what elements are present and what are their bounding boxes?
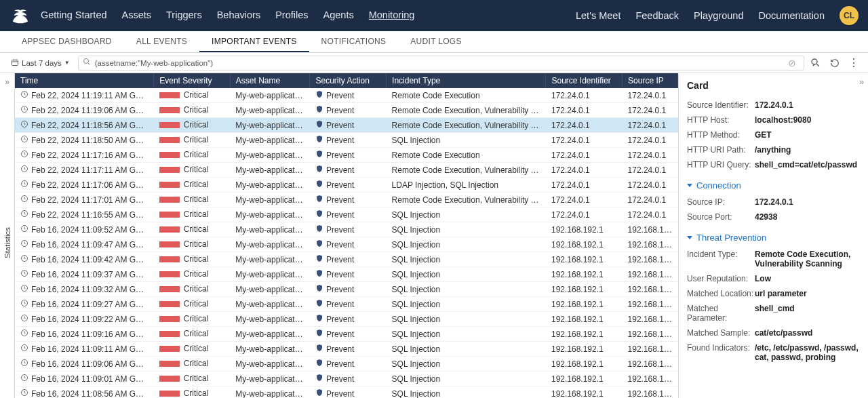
body: » Statistics TimeEvent SeverityAsset Nam…: [0, 73, 868, 398]
nav-let-s-meet[interactable]: Let's Meet: [576, 10, 620, 21]
cell-action: Prevent: [326, 165, 354, 175]
nav-behaviors[interactable]: Behaviors: [217, 9, 260, 22]
cell-action: Prevent: [326, 225, 354, 235]
tab-notifications[interactable]: NOTIFICATIONS: [309, 31, 399, 52]
cell-action: Prevent: [326, 300, 354, 309]
table-row[interactable]: Feb 16, 2024 11:09:52 AM GMT+01:00Critic…: [15, 222, 678, 237]
col-event-severity[interactable]: Event Severity: [154, 73, 231, 88]
cell-asset: My-web-application: [230, 193, 310, 207]
severity-bar: [159, 391, 180, 397]
cell-time: Feb 16, 2024 11:09:22 AM GMT+01:00: [31, 315, 154, 324]
shield-icon: [315, 210, 323, 220]
cell-asset: My-web-application: [230, 267, 310, 282]
clock-icon: [20, 121, 28, 130]
cell-action: Prevent: [326, 136, 354, 145]
cell-action: Prevent: [326, 330, 354, 339]
nav-feedback[interactable]: Feedback: [635, 10, 679, 21]
nav-playground[interactable]: Playground: [694, 10, 743, 21]
expand-card-button[interactable]: »: [859, 77, 864, 87]
cell-action: Prevent: [326, 374, 354, 384]
severity-bar: [159, 301, 180, 307]
svg-point-6: [812, 59, 817, 64]
nav-monitoring[interactable]: Monitoring: [369, 9, 415, 22]
cell-source-identifier: 192.168.192.1: [546, 267, 623, 282]
table-row[interactable]: Feb 22, 2024 11:18:56 AM GMT+01:00Critic…: [15, 118, 678, 133]
cell-source-ip: 172.24.0.1: [623, 88, 678, 103]
tab-audit-logs[interactable]: AUDIT LOGS: [398, 31, 473, 52]
col-time[interactable]: Time: [15, 73, 154, 88]
shield-icon: [315, 225, 323, 235]
card-field: Source IP:172.24.0.1: [687, 195, 860, 210]
expand-statistics-button[interactable]: »: [3, 76, 11, 88]
section-threat-prevention[interactable]: Threat Prevention: [687, 233, 860, 243]
section-connection[interactable]: Connection: [687, 180, 860, 191]
card-field-key: HTTP URI Query:: [687, 160, 755, 170]
nav-documentation[interactable]: Documentation: [758, 10, 825, 21]
card-field-key: HTTP Host:: [687, 115, 755, 125]
table-row[interactable]: Feb 22, 2024 11:18:50 AM GMT+01:00Critic…: [15, 133, 678, 148]
table-row[interactable]: Feb 22, 2024 11:17:16 AM GMT+01:00Critic…: [15, 148, 678, 163]
cell-asset: My-web-application: [230, 103, 310, 118]
severity-bar: [159, 107, 180, 113]
card-field-value: /anything: [755, 145, 791, 155]
col-source-identifier[interactable]: Source Identifier: [546, 73, 623, 88]
table-row[interactable]: Feb 22, 2024 11:19:11 AM GMT+01:00Critic…: [15, 88, 678, 103]
card-field-value: cat/etc/passwd: [755, 328, 812, 338]
cell-time: Feb 16, 2024 11:09:27 AM GMT+01:00: [31, 300, 154, 309]
table-row[interactable]: Feb 16, 2024 11:09:27 AM GMT+01:00Critic…: [15, 297, 678, 312]
table-row[interactable]: Feb 22, 2024 11:17:11 AM GMT+01:00Critic…: [15, 163, 678, 178]
card-field-key: Matched Parameter:: [687, 304, 755, 323]
clear-search-button[interactable]: ⊘: [785, 56, 800, 71]
cell-severity: Critical: [184, 210, 209, 219]
col-asset-name[interactable]: Asset Name: [230, 73, 310, 88]
subtabs: APPSEC DASHBOARDALL EVENTSIMPORTANT EVEN…: [0, 31, 868, 53]
table-row[interactable]: Feb 16, 2024 11:09:16 AM GMT+01:00Critic…: [15, 327, 678, 342]
tab-appsec-dashboard[interactable]: APPSEC DASHBOARD: [9, 31, 124, 52]
table-row[interactable]: Feb 16, 2024 11:09:01 AM GMT+01:00Critic…: [15, 372, 678, 386]
nav-triggers[interactable]: Triggers: [166, 9, 202, 22]
table-row[interactable]: Feb 16, 2024 11:09:47 AM GMT+01:00Critic…: [15, 237, 678, 252]
cell-time: Feb 22, 2024 11:17:01 AM GMT+01:00: [31, 195, 154, 205]
clock-icon: [20, 106, 28, 115]
tab-all-events[interactable]: ALL EVENTS: [124, 31, 199, 52]
query-syntax-button[interactable]: [808, 56, 823, 71]
nav-assets[interactable]: Assets: [122, 9, 152, 22]
table-row[interactable]: Feb 16, 2024 11:09:06 AM GMT+01:00Critic…: [15, 357, 678, 372]
cell-source-identifier: 192.168.192.1: [546, 372, 623, 386]
caret-down-icon: [687, 236, 692, 239]
clock-icon: [20, 359, 28, 369]
table-row[interactable]: Feb 22, 2024 11:16:55 AM GMT+01:00Critic…: [15, 207, 678, 222]
table-row[interactable]: Feb 22, 2024 11:19:06 AM GMT+01:00Critic…: [15, 103, 678, 118]
clock-icon: [20, 270, 28, 279]
table-row[interactable]: Feb 16, 2024 11:09:42 AM GMT+01:00Critic…: [15, 252, 678, 267]
clock-icon: [20, 91, 28, 100]
table-row[interactable]: Feb 16, 2024 11:09:37 AM GMT+01:00Critic…: [15, 267, 678, 282]
col-source-ip[interactable]: Source IP: [623, 73, 678, 88]
severity-bar: [159, 226, 180, 233]
cell-asset: My-web-application: [230, 163, 310, 178]
nav-profiles[interactable]: Profiles: [275, 9, 308, 22]
col-security-action[interactable]: Security Action: [310, 73, 387, 88]
shield-icon: [315, 359, 323, 369]
more-menu-button[interactable]: ⋮: [846, 56, 861, 71]
cell-source-identifier: 192.168.192.1: [546, 342, 623, 357]
cell-source-identifier: 172.24.0.1: [546, 103, 623, 118]
date-range-picker[interactable]: Last 7 days ▼: [7, 57, 74, 69]
table-row[interactable]: Feb 16, 2024 11:09:11 AM GMT+01:00Critic…: [15, 342, 678, 357]
nav-getting-started[interactable]: Getting Started: [41, 9, 107, 22]
table-row[interactable]: Feb 16, 2024 11:08:56 AM GMT+01:00Critic…: [15, 386, 678, 399]
avatar[interactable]: CL: [840, 6, 859, 25]
col-incident-type[interactable]: Incident Type: [387, 73, 546, 88]
table-row[interactable]: Feb 22, 2024 11:17:06 AM GMT+01:00Critic…: [15, 178, 678, 193]
card-field: HTTP Method:GET: [687, 127, 860, 142]
table-row[interactable]: Feb 22, 2024 11:17:01 AM GMT+01:00Critic…: [15, 193, 678, 207]
severity-bar: [159, 376, 180, 382]
search-wrap: ⊘: [78, 56, 804, 71]
nav-agents[interactable]: Agents: [323, 9, 354, 22]
search-input[interactable]: [94, 58, 785, 68]
table-row[interactable]: Feb 16, 2024 11:09:22 AM GMT+01:00Critic…: [15, 312, 678, 327]
tab-important-events[interactable]: IMPORTANT EVENTS: [199, 31, 309, 52]
table-row[interactable]: Feb 16, 2024 11:09:32 AM GMT+01:00Critic…: [15, 282, 678, 297]
refresh-button[interactable]: [827, 56, 842, 71]
shield-icon: [315, 255, 323, 264]
